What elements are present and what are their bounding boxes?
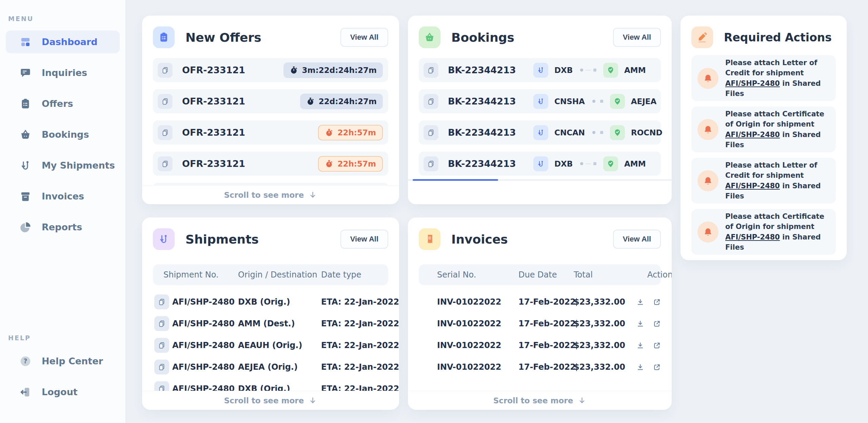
bell-circle (697, 68, 718, 89)
progress-track (592, 100, 603, 103)
destination-square (600, 100, 603, 103)
shipment-number: AFI/SHP-2480 (172, 362, 238, 372)
copy-button[interactable] (154, 316, 169, 331)
booking-row[interactable]: BK-22344213 CNSHA AEJEA (419, 89, 661, 113)
shipment-link[interactable]: AFI/SHP-2480 (725, 182, 780, 190)
shipment-row[interactable]: AFI/SHP-2480 AMM (Dest.) ETA: 22-Jan-202… (153, 313, 388, 334)
sidebar-item[interactable]: Bookings (6, 123, 120, 146)
destination-code: ROCND (631, 128, 662, 137)
shipments-view-all-button[interactable]: View All (340, 230, 388, 249)
bell-icon (703, 125, 713, 134)
sidebar-item-label: My Shipments (42, 160, 115, 171)
destination-square (593, 162, 596, 165)
copy-icon (158, 341, 166, 349)
receipt-icon (424, 233, 435, 245)
date-type: ETA: 22-Jan-2022 (321, 319, 399, 328)
sidebar-item[interactable]: My Shipments (6, 154, 120, 177)
external-link-icon[interactable] (653, 342, 661, 349)
booking-row[interactable]: BK-22344213 CNCAN ROCND (419, 120, 661, 145)
required-action-text: Please attach Letter of Credit for shipm… (725, 160, 829, 201)
invoice-row[interactable]: INV-01022022 17-Feb-2022 $23,332.00 (419, 356, 661, 378)
offers-scroll-more[interactable]: Scroll to see more (142, 185, 399, 204)
sidebar-item-label: Reports (42, 222, 82, 232)
invoice-row[interactable]: INV-01022022 17-Feb-2022 $23,332.00 (419, 313, 661, 334)
sidebar-item[interactable]: Reports (6, 216, 120, 238)
copy-button[interactable] (158, 63, 173, 78)
required-actions-header: Required Actions (680, 16, 847, 48)
sidebar-item[interactable]: Logout (6, 381, 120, 403)
copy-icon (427, 66, 435, 74)
copy-button[interactable] (154, 338, 169, 353)
copy-button[interactable] (154, 294, 169, 309)
required-action-item[interactable]: Please attach Certificate of Origin for … (691, 209, 836, 255)
download-icon[interactable] (636, 363, 644, 371)
invoices-table-header: Serial No. Due Date Total Actions (419, 264, 661, 285)
shipments-scroll-more[interactable]: Scroll to see more (142, 391, 399, 410)
copy-button[interactable] (423, 94, 438, 109)
pin-check-icon (613, 97, 622, 105)
shipment-row[interactable]: AFI/SHP-2480 AEAUH (Orig.) ETA: 22-Jan-2… (153, 334, 388, 356)
delivered-pin-chip (610, 125, 625, 140)
invoice-serial: INV-01022022 (437, 297, 518, 307)
shipment-row[interactable]: AFI/SHP-2480 AEJEA (Orig.) ETA: 22-Jan-2… (153, 356, 388, 378)
offer-row[interactable]: OFR-233121 22h:57m (153, 120, 388, 145)
offer-row[interactable]: OFR-233121 3m:22d:24h:27m (153, 58, 388, 82)
sidebar-item[interactable]: Offers (6, 92, 120, 115)
sidebar-item[interactable]: Dashboard (6, 31, 120, 53)
origin-code: DXB (554, 66, 573, 75)
invoices-scroll-more[interactable]: Scroll to see more (408, 391, 672, 410)
bookings-view-all-button[interactable]: View All (613, 28, 661, 47)
sidebar-item[interactable]: Inquiries (6, 61, 120, 84)
download-icon[interactable] (636, 342, 644, 349)
external-link-icon[interactable] (653, 320, 661, 328)
invoice-row[interactable]: INV-01022022 17-Feb-2022 $23,332.00 (419, 291, 661, 313)
copy-button[interactable] (423, 125, 438, 140)
offer-timer-value: 3m:22d:24h:27m (302, 66, 377, 75)
external-link-icon[interactable] (653, 298, 661, 306)
copy-button[interactable] (423, 156, 438, 171)
booking-row[interactable]: BK-22344213 DXB AMM (419, 152, 661, 176)
shipment-row[interactable]: AFI/SHP-2480 DXB (Orig.) ETA: 22-Jan-202… (153, 291, 388, 313)
shipments-title: Shipments (185, 232, 259, 246)
progress-track (580, 69, 596, 72)
shipment-link[interactable]: AFI/SHP-2480 (725, 233, 780, 241)
origin-code: CNCAN (554, 128, 585, 137)
shipment-link[interactable]: AFI/SHP-2480 (725, 131, 780, 139)
copy-icon (158, 320, 166, 328)
invoice-total: $23,332.00 (574, 297, 636, 307)
arrow-down-icon (309, 191, 317, 199)
invoice-row[interactable]: INV-01022022 17-Feb-2022 $23,332.00 (419, 334, 661, 356)
copy-icon (161, 97, 169, 105)
offer-timer-value: 22d:24h:27m (319, 97, 377, 106)
shipment-link[interactable]: AFI/SHP-2480 (725, 79, 780, 88)
invoices-icon-chip (419, 228, 440, 250)
column-1: New Offers View All OFR-233121 3m:22d:24… (142, 16, 399, 410)
booking-row[interactable]: BK-22344213 DXB AMM (419, 58, 661, 82)
external-link-icon[interactable] (653, 363, 661, 371)
basket-icon (19, 129, 32, 141)
copy-button[interactable] (154, 360, 169, 374)
invoice-due-date: 17-Feb-2022 (518, 297, 574, 307)
required-action-item[interactable]: Please attach Letter of Credit for shipm… (691, 55, 836, 101)
origin-code: CNSHA (554, 97, 585, 106)
route-icon (158, 233, 170, 245)
copy-button[interactable] (158, 125, 173, 140)
download-icon[interactable] (636, 298, 644, 306)
download-icon[interactable] (636, 320, 644, 328)
new-offers-card: New Offers View All OFR-233121 3m:22d:24… (142, 16, 399, 204)
invoices-view-all-button[interactable]: View All (613, 230, 661, 249)
route-chip (533, 156, 548, 171)
copy-button[interactable] (158, 156, 173, 171)
offer-timer-value: 22h:57m (337, 128, 376, 137)
new-offers-view-all-button[interactable]: View All (340, 28, 388, 47)
shipments-table-header: Shipment No. Origin / Destination Date t… (153, 264, 388, 285)
required-action-item[interactable]: Please attach Letter of Credit for shipm… (691, 158, 836, 204)
offer-row[interactable]: OFR-233121 22h:57m (153, 152, 388, 176)
required-action-item[interactable]: Please attach Certificate of Origin for … (691, 107, 836, 152)
copy-button[interactable] (158, 94, 173, 109)
sidebar-item[interactable]: ? Help Center (6, 350, 120, 372)
arrow-down-icon (309, 396, 317, 405)
copy-button[interactable] (423, 63, 438, 78)
offer-row[interactable]: OFR-233121 22d:24h:27m (153, 89, 388, 113)
sidebar-item[interactable]: Invoices (6, 185, 120, 208)
